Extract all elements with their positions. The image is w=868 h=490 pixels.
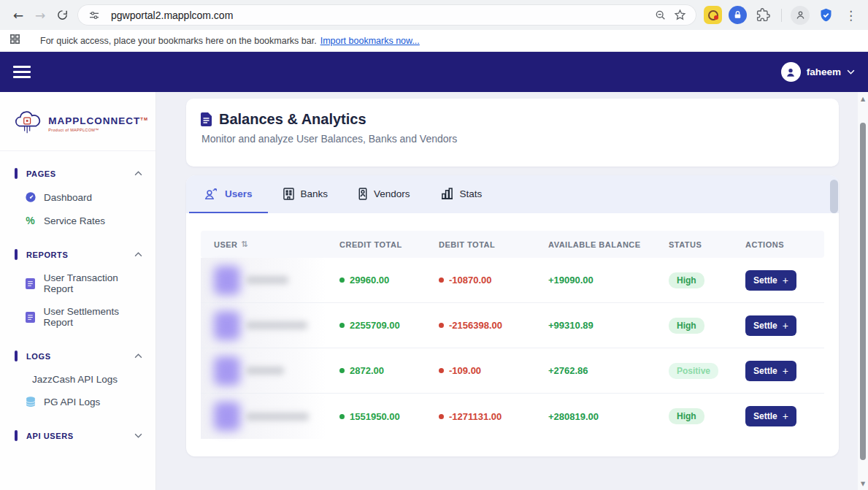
plus-icon: + [783, 321, 788, 331]
page-subtitle: Monitor and analyze User Balances, Banks… [201, 133, 824, 145]
user-name: faheem [807, 66, 841, 77]
toolbar-divider [781, 9, 782, 22]
table-row: 29960.00 -10870.00 +19090.00 High Settle… [201, 258, 824, 303]
extension-lock-icon[interactable] [729, 6, 747, 24]
sidebar-item-user-transaction-report[interactable]: User Transaction Report [0, 267, 155, 300]
available-balance: +19090.00 [535, 275, 656, 286]
tab-vendors[interactable]: Vendors [343, 175, 426, 213]
table-row: 2255709.00 -2156398.00 +99310.89 High Se… [201, 303, 824, 348]
debit-dot [439, 368, 444, 373]
back-icon[interactable]: ← [7, 4, 29, 26]
logo-title: MAPPLCONNECTTM [48, 115, 148, 126]
vendor-badge-icon [358, 188, 367, 200]
report-file-icon [24, 278, 37, 289]
settle-button[interactable]: Settle+ [745, 270, 796, 291]
import-bookmarks-link[interactable]: Import bookmarks now... [320, 36, 420, 46]
reload-icon[interactable] [51, 4, 73, 26]
main-content: Balances & Analytics Monitor and analyze… [156, 92, 868, 490]
column-credit-total: CREDIT TOTAL [326, 240, 426, 249]
credit-dot [339, 277, 345, 283]
debit-dot [439, 277, 444, 283]
sidebar-item-service-rates[interactable]: % Service Rates [0, 209, 155, 232]
report-file-icon [24, 312, 37, 323]
settle-button[interactable]: Settle+ [745, 315, 796, 336]
logo-subtitle: Product of MAPPLCOM™ [48, 128, 148, 132]
user-name-blurred [246, 413, 309, 421]
balances-table: USER⇅ CREDIT TOTAL DEBIT TOTAL AVAILABLE… [186, 213, 839, 439]
user-name-blurred [246, 276, 288, 284]
column-user: USER⇅ [201, 240, 326, 249]
users-chart-icon [204, 188, 218, 200]
app-logo[interactable]: MAPPLCONNECTTM Product of MAPPLCOM™ [0, 92, 155, 151]
plus-icon: + [783, 366, 788, 376]
apps-grid-icon[interactable] [9, 33, 21, 48]
sidebar-item-pg-api-logs[interactable]: PG API Logs [0, 391, 155, 413]
table-row: 2872.00 -109.00 +2762.86 Positive Settle… [201, 348, 824, 394]
chevron-down-icon [847, 69, 855, 74]
scroll-up-icon[interactable]: ▲ [858, 93, 868, 104]
user-avatar-blurred [214, 311, 240, 340]
browser-toolbar: ← → pgwportal2.mapplcom.com ⋮ [0, 0, 868, 30]
extensions-puzzle-icon[interactable] [753, 6, 772, 25]
panel-scrollbar-thumb[interactable] [830, 180, 838, 213]
table-row: 1551950.00 -1271131.00 +280819.00 High S… [201, 394, 824, 439]
browser-profile-icon[interactable] [791, 6, 810, 25]
chevron-up-icon [134, 252, 142, 257]
tab-banks[interactable]: Banks [268, 175, 344, 213]
user-menu[interactable]: faheem [781, 62, 855, 82]
bookmark-star-icon[interactable] [670, 6, 689, 25]
page-header-card: Balances & Analytics Monitor and analyze… [186, 99, 839, 166]
debit-total: -1271131.00 [449, 411, 502, 422]
page-title: Balances & Analytics [219, 111, 366, 128]
status-badge: High [669, 408, 704, 424]
bookmarks-bar: For quick access, place your bookmarks h… [0, 30, 868, 52]
page-scrollbar[interactable]: ▲ ▼ [858, 92, 868, 490]
site-settings-icon[interactable] [85, 6, 104, 25]
app-header: faheem [0, 52, 868, 92]
chevron-down-icon [134, 433, 142, 438]
zoom-icon[interactable] [651, 6, 670, 25]
bookmarks-hint-text: For quick access, place your bookmarks h… [40, 36, 317, 46]
sidebar-section-reports[interactable]: REPORTS [0, 242, 155, 267]
scroll-down-icon[interactable]: ▼ [858, 478, 868, 489]
sidebar-item-jazzcash-api-logs[interactable]: JazzCash API Logs [0, 368, 155, 391]
debit-total: -109.00 [449, 365, 481, 376]
cloud-chip-logo-icon [12, 108, 42, 139]
credit-total: 2255709.00 [350, 320, 400, 331]
forward-icon[interactable]: → [29, 4, 51, 26]
sidebar-item-dashboard[interactable]: Dashboard [0, 185, 155, 209]
bank-building-icon [283, 188, 294, 200]
sidebar-section-pages[interactable]: PAGES [0, 161, 155, 185]
url-text[interactable]: pgwportal2.mapplcom.com [111, 9, 651, 21]
sort-icon[interactable]: ⇅ [242, 240, 249, 249]
user-avatar-icon [781, 62, 801, 82]
workspace: MAPPLCONNECTTM Product of MAPPLCOM™ PAGE… [0, 92, 868, 490]
available-balance: +99310.89 [535, 320, 656, 331]
tabs-card: Users Banks Vendors Stats USER⇅ [186, 175, 839, 456]
settle-button[interactable]: Settle+ [745, 361, 796, 381]
settle-button[interactable]: Settle+ [745, 406, 796, 426]
credit-total: 1551950.00 [350, 411, 400, 422]
hamburger-menu-icon[interactable] [13, 63, 31, 81]
tab-stats[interactable]: Stats [426, 175, 498, 213]
user-avatar-blurred [214, 356, 240, 386]
sidebar: MAPPLCONNECTTM Product of MAPPLCOM™ PAGE… [0, 92, 156, 490]
sidebar-section-logs[interactable]: LOGS [0, 344, 155, 368]
tabs-bar: Users Banks Vendors Stats [186, 175, 839, 213]
address-bar[interactable]: pgwportal2.mapplcom.com [77, 4, 696, 26]
extension-camera-icon[interactable] [704, 6, 722, 24]
section-accent-bar [15, 351, 18, 361]
sidebar-item-user-settlements-report[interactable]: User Settlements Report [0, 300, 155, 334]
security-shield-icon[interactable] [816, 6, 835, 25]
database-icon [24, 397, 37, 407]
sidebar-section-api-users[interactable]: API USERS [0, 424, 155, 448]
section-accent-bar [15, 168, 18, 179]
column-status: STATUS [656, 240, 732, 249]
tab-users[interactable]: Users [189, 175, 268, 213]
user-avatar-blurred [214, 266, 240, 295]
browser-menu-icon[interactable]: ⋮ [842, 8, 860, 23]
user-name-blurred [246, 367, 284, 375]
status-badge: High [669, 272, 704, 288]
debit-dot [439, 323, 444, 328]
scrollbar-thumb[interactable] [860, 123, 866, 460]
